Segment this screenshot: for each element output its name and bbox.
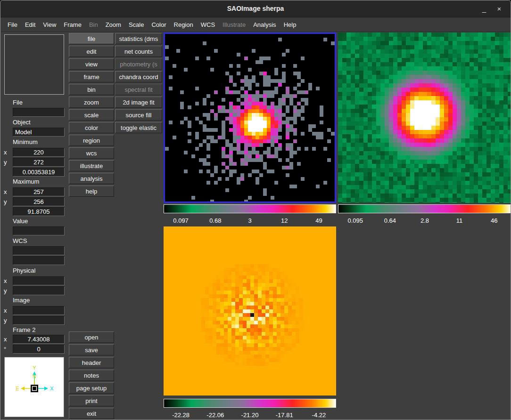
file-button-open[interactable]: open	[69, 331, 114, 343]
magnifier-panel	[4, 34, 64, 95]
panel-button-zoom[interactable]: zoom	[69, 97, 114, 108]
image-label: Image	[13, 297, 30, 304]
maximum-value-field[interactable]	[13, 207, 65, 216]
file-button-page-setup[interactable]: page setup	[69, 382, 114, 394]
panel-button-region[interactable]: region	[69, 135, 114, 146]
object-label: Object	[13, 119, 31, 126]
analysis-button-photometry: photometry (s	[115, 58, 162, 70]
analysis-button-chandra-coord[interactable]: chandra coord	[115, 71, 162, 82]
panel-button-file[interactable]: file	[69, 33, 114, 44]
colorbar-tick: 49	[315, 217, 322, 224]
minimum-label: Minimum	[13, 138, 38, 146]
menu-region[interactable]: Region	[170, 19, 197, 30]
maximum-x-field[interactable]	[13, 187, 65, 196]
menu-scale[interactable]: Scale	[125, 19, 148, 30]
analysis-button-source-fill[interactable]: source fill	[115, 109, 162, 121]
frame2-x-label: x	[4, 336, 11, 343]
minimize-button[interactable]: _	[478, 3, 490, 15]
physical-y-field[interactable]	[13, 286, 65, 295]
menubar: File Edit View Frame Bin Zoom Scale Colo…	[1, 18, 511, 32]
panel-button-wcs[interactable]: wcs	[69, 147, 114, 159]
file-button-print[interactable]: print	[69, 395, 114, 406]
menu-file[interactable]: File	[4, 19, 21, 30]
residual-colorbar[interactable]	[164, 399, 336, 408]
frame2-angle-field[interactable]	[13, 345, 65, 354]
data-image-canvas	[165, 34, 335, 202]
physical-label: Physical	[13, 267, 35, 275]
colorbar-tick: -4.22	[312, 412, 326, 419]
window-title: SAOImage sherpa	[0, 5, 511, 12]
menu-illustrate: Illustrate	[219, 19, 249, 30]
panel-button-bin[interactable]: bin	[69, 84, 114, 95]
file-label: File	[13, 99, 23, 106]
file-button-save[interactable]: save	[69, 344, 114, 355]
minimum-x-field[interactable]	[13, 148, 65, 157]
compass-icon: Y N E X	[5, 357, 64, 417]
colorbar-tick: 0.68	[209, 217, 221, 224]
compass-panel: Y N E X	[4, 357, 64, 417]
compass-x-label: X	[50, 386, 54, 391]
image-y-field[interactable]	[13, 316, 65, 325]
panel-button-scale[interactable]: scale	[69, 109, 114, 121]
analysis-button-toggle-elastic[interactable]: toggle elastic	[115, 122, 162, 133]
panel-button-color[interactable]: color	[69, 122, 114, 133]
menu-analysis[interactable]: Analysis	[249, 19, 280, 30]
menu-frame[interactable]: Frame	[60, 19, 85, 30]
panel-button-view[interactable]: view	[69, 58, 114, 70]
analysis-button-net-counts[interactable]: net counts	[115, 46, 162, 57]
menu-zoom[interactable]: Zoom	[102, 19, 125, 30]
file-button-header[interactable]: header	[69, 357, 114, 368]
menu-bin: Bin	[85, 19, 102, 30]
file-field[interactable]	[13, 108, 65, 117]
panel-button-analysis[interactable]: analysis	[69, 173, 114, 184]
analysis-button-spectral-fit: spectral fit	[115, 84, 162, 95]
frame2-x-field[interactable]	[13, 335, 65, 344]
model-image-frame[interactable]	[338, 32, 511, 203]
value-field[interactable]	[13, 226, 65, 235]
analysis-button-statistics[interactable]: statistics (dms	[115, 33, 162, 44]
close-button[interactable]: ×	[494, 3, 505, 15]
colorbar-tick: 2.8	[420, 217, 429, 224]
minimum-y-label: y	[4, 159, 11, 166]
menu-color[interactable]: Color	[148, 19, 170, 30]
analysis-button-2d-image-fit[interactable]: 2d image fit	[115, 97, 162, 108]
title-bar: SAOImage sherpa _ ×	[0, 0, 511, 17]
minimum-y-field[interactable]	[13, 158, 65, 167]
value-label: Value	[13, 218, 28, 225]
file-button-notes[interactable]: notes	[69, 370, 114, 381]
menu-edit[interactable]: Edit	[21, 19, 39, 30]
compass-e-label: E	[16, 386, 19, 391]
colorbar-tick: 0.64	[384, 217, 396, 224]
compass-n-label: N	[33, 373, 36, 379]
maximum-y-field[interactable]	[13, 197, 65, 206]
minimum-x-label: x	[4, 149, 11, 156]
colorbar-tick: 12	[281, 217, 288, 224]
data-colorbar[interactable]	[164, 204, 336, 213]
image-x-field[interactable]	[13, 306, 65, 315]
physical-x-field[interactable]	[13, 276, 65, 285]
data-image-frame[interactable]	[164, 32, 336, 203]
colorbar-tick: -22.06	[206, 412, 224, 419]
file-button-exit[interactable]: exit	[69, 408, 114, 419]
panel-button-edit[interactable]: edit	[69, 46, 114, 57]
compass-y-label: Y	[33, 365, 36, 371]
menu-help[interactable]: Help	[280, 19, 300, 30]
colorbar-tick: 3	[248, 217, 251, 224]
wcs-field-2[interactable]	[13, 256, 65, 265]
wcs-field-1[interactable]	[13, 246, 65, 255]
minimum-value-field[interactable]	[13, 168, 65, 177]
colorbar-tick: 11	[456, 217, 463, 224]
menu-wcs[interactable]: WCS	[197, 19, 219, 30]
panel-button-illustrate[interactable]: illustrate	[69, 160, 114, 171]
maximum-y-label: y	[4, 198, 11, 205]
physical-y-label: y	[4, 287, 11, 294]
model-colorbar[interactable]	[338, 204, 511, 213]
colorbar-tick: 0.097	[173, 217, 189, 224]
panel-button-help[interactable]: help	[69, 186, 114, 197]
residual-colorbar-ticks: -22.28 -22.06 -21.20 -17.81 -4.22	[164, 412, 336, 420]
residual-image-frame[interactable]	[164, 226, 336, 396]
panel-button-frame[interactable]: frame	[69, 71, 114, 82]
object-field[interactable]	[13, 128, 65, 137]
colorbar-tick: -22.28	[172, 412, 190, 419]
menu-view[interactable]: View	[39, 19, 60, 30]
